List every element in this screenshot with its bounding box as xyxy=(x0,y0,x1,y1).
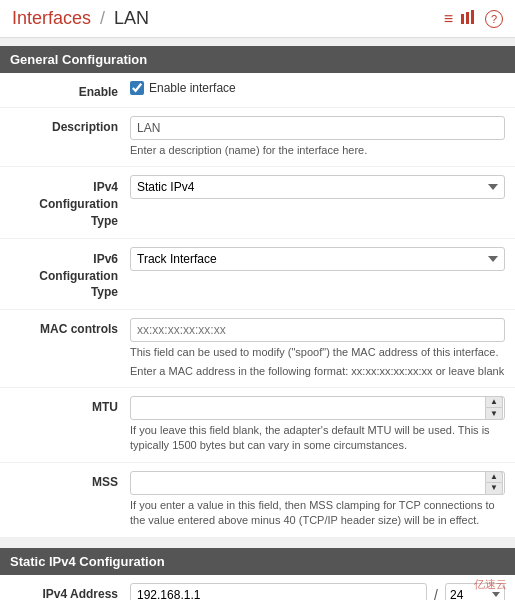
mss-row: MSS ▲ ▼ If you enter a value in this fie… xyxy=(0,463,515,538)
mss-content: ▲ ▼ If you enter a value in this field, … xyxy=(130,471,505,529)
static-ipv4-header: Static IPv4 Configuration xyxy=(0,548,515,575)
mtu-spinner: ▲ ▼ xyxy=(485,396,503,420)
svg-rect-1 xyxy=(466,12,469,24)
mss-down-btn[interactable]: ▼ xyxy=(485,482,503,495)
ipv4-address-row: IPv4 Address / 24 8 16 32 xyxy=(0,575,515,600)
mtu-up-btn[interactable]: ▲ xyxy=(485,396,503,408)
mtu-input[interactable] xyxy=(130,396,505,420)
mtu-input-wrapper: ▲ ▼ xyxy=(130,396,505,420)
breadcrumb: Interfaces / LAN xyxy=(12,8,149,29)
description-input[interactable] xyxy=(130,116,505,140)
mtu-label: MTU xyxy=(10,396,130,414)
chart-icon[interactable] xyxy=(461,10,477,28)
enable-row: Enable Enable interface xyxy=(0,73,515,108)
enable-label: Enable xyxy=(10,81,130,99)
mtu-hint: If you leave this field blank, the adapt… xyxy=(130,423,505,454)
ipv4-config-type-row: IPv4ConfigurationType Static IPv4 xyxy=(0,167,515,238)
mtu-content: ▲ ▼ If you leave this field blank, the a… xyxy=(130,396,505,454)
help-icon[interactable]: ? xyxy=(485,10,503,28)
cidr-slash: / xyxy=(432,587,440,600)
watermark-text: 亿速云 xyxy=(474,577,507,592)
mtu-row: MTU ▲ ▼ If you leave this field blank, t… xyxy=(0,388,515,463)
mss-hint: If you enter a value in this field, then… xyxy=(130,498,505,529)
ipv4-address-label: IPv4 Address xyxy=(10,583,130,600)
description-hint: Enter a description (name) for the inter… xyxy=(130,143,505,158)
ipv6-config-type-content: Track Interface xyxy=(130,247,505,271)
general-config-body: Enable Enable interface Description Ente… xyxy=(0,73,515,538)
ipv6-config-type-row: IPv6ConfigurationType Track Interface xyxy=(0,239,515,310)
mss-spinner: ▲ ▼ xyxy=(485,471,503,495)
breadcrumb-parent[interactable]: Interfaces xyxy=(12,8,91,28)
mac-controls-input[interactable] xyxy=(130,318,505,342)
mac-controls-hint2: Enter a MAC address in the following for… xyxy=(130,364,505,379)
general-config-header: General Configuration xyxy=(0,46,515,73)
mac-controls-content: This field can be used to modify ("spoof… xyxy=(130,318,505,379)
svg-rect-0 xyxy=(461,14,464,24)
ipv4-config-type-label: IPv4ConfigurationType xyxy=(10,175,130,229)
ipv6-config-type-label: IPv6ConfigurationType xyxy=(10,247,130,301)
header-actions: ≡ ? xyxy=(444,10,503,28)
enable-checkbox-label: Enable interface xyxy=(149,81,236,95)
ipv4-address-input-row: / 24 8 16 32 xyxy=(130,583,505,600)
mtu-down-btn[interactable]: ▼ xyxy=(485,407,503,420)
svg-rect-2 xyxy=(471,10,474,24)
filter-icon[interactable]: ≡ xyxy=(444,10,453,28)
enable-checkbox-row: Enable interface xyxy=(130,81,505,95)
description-content: Enter a description (name) for the inter… xyxy=(130,116,505,158)
mac-controls-label: MAC controls xyxy=(10,318,130,336)
page-header: Interfaces / LAN ≡ ? xyxy=(0,0,515,38)
breadcrumb-current: LAN xyxy=(114,8,149,28)
mss-label: MSS xyxy=(10,471,130,489)
description-row: Description Enter a description (name) f… xyxy=(0,108,515,167)
enable-content: Enable interface xyxy=(130,81,505,95)
mac-controls-hint1: This field can be used to modify ("spoof… xyxy=(130,345,505,360)
mss-input[interactable] xyxy=(130,471,505,495)
static-ipv4-body: IPv4 Address / 24 8 16 32 IPv4Upstreamga… xyxy=(0,575,515,600)
enable-checkbox[interactable] xyxy=(130,81,144,95)
ipv4-address-input[interactable] xyxy=(130,583,427,600)
description-label: Description xyxy=(10,116,130,134)
mss-input-wrapper: ▲ ▼ xyxy=(130,471,505,495)
ipv4-config-type-select[interactable]: Static IPv4 xyxy=(130,175,505,199)
breadcrumb-separator: / xyxy=(100,8,105,28)
ipv4-config-type-content: Static IPv4 xyxy=(130,175,505,199)
ipv6-config-type-select[interactable]: Track Interface xyxy=(130,247,505,271)
mss-up-btn[interactable]: ▲ xyxy=(485,471,503,483)
mac-controls-row: MAC controls This field can be used to m… xyxy=(0,310,515,388)
ipv4-address-content: / 24 8 16 32 xyxy=(130,583,505,600)
